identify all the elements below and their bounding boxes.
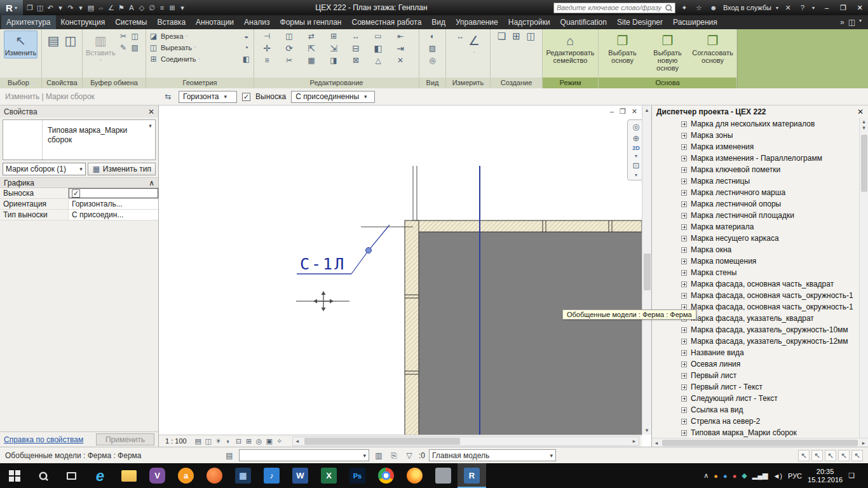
tree-item[interactable]: Марка фасада, указатель_окружность-10мм — [681, 324, 859, 336]
view-control-icon[interactable]: ◫ — [203, 437, 214, 445]
vertical-scrollbar[interactable]: ▴ ▾ — [642, 105, 651, 435]
restore-button[interactable]: ❐ — [835, 1, 851, 14]
scroll-right-icon[interactable]: ▸ — [859, 440, 868, 446]
expand-plus-icon[interactable] — [681, 224, 687, 230]
tab-overflow-icon[interactable]: » — [840, 18, 844, 27]
ribbon-tab[interactable]: Формы и генплан — [275, 15, 347, 29]
ribbon-tool-icon[interactable]: ◫ — [278, 30, 300, 41]
expand-plus-icon[interactable] — [681, 179, 687, 184]
taskbar-app-orange[interactable]: a — [172, 463, 200, 488]
taskbar-search-button[interactable] — [29, 463, 57, 488]
ribbon-tool-icon[interactable]: △ — [367, 55, 389, 65]
scroll-up-icon[interactable]: ▴ — [642, 107, 651, 113]
scroll-right-icon[interactable]: ▸ — [630, 438, 639, 444]
tree-item[interactable]: Первый лист — [681, 370, 859, 381]
property-row[interactable]: Тип выноски С присоедин... — [0, 210, 158, 220]
tree-item[interactable]: Название вида — [681, 347, 859, 358]
tray-app4-icon[interactable]: ◆ — [742, 471, 747, 480]
redo-caret-icon[interactable]: ▾ — [76, 2, 86, 13]
undo-caret-icon[interactable]: ▾ — [55, 2, 65, 13]
filter-icon[interactable]: ▽ — [403, 450, 415, 461]
expand-plus-icon[interactable] — [681, 384, 687, 390]
ribbon-tool-icon[interactable]: ≡ — [256, 55, 278, 65]
properties-close-icon[interactable]: ✕ — [148, 107, 154, 116]
language-indicator[interactable]: РУС — [788, 472, 802, 480]
ribbon-tool-icon[interactable]: ⟳ — [278, 43, 300, 53]
type-selector[interactable]: Типовая марка_Марки сборок ▾ — [3, 119, 156, 160]
taskbar-app-gray[interactable] — [429, 463, 458, 488]
tree-item[interactable]: Стрелка на север-2 — [681, 416, 859, 427]
dimension-icon[interactable]: ↔ — [455, 30, 466, 41]
expand-plus-icon[interactable] — [681, 339, 687, 344]
tree-item[interactable]: Следующий лист - Текст — [681, 393, 859, 404]
view-control-icon[interactable]: ☀ — [214, 437, 224, 445]
geometry-tool[interactable]: ◪ Врезка ▾ — [148, 30, 240, 41]
print-icon[interactable]: ▤ — [86, 2, 96, 13]
default-3d-view-icon[interactable]: ◇ — [137, 2, 147, 13]
app-menu-button[interactable]: R ▾ — [0, 0, 23, 15]
wall-horizontal[interactable] — [413, 220, 642, 232]
ribbon-tab[interactable]: Аннотации — [191, 15, 239, 29]
project-browser-close-icon[interactable]: ✕ — [857, 107, 864, 116]
tree-item[interactable]: Марка для нескольких материалов — [681, 118, 859, 130]
open-icon[interactable]: ❐ — [25, 2, 35, 13]
tree-item[interactable]: Марка материала — [681, 221, 859, 233]
select-links-icon[interactable]: ↖ — [798, 450, 810, 461]
ribbon-tool-icon[interactable]: ▦ — [301, 55, 322, 65]
copy-icon[interactable]: ◫ — [130, 30, 140, 41]
taskbar-app-viber[interactable]: V — [143, 463, 172, 488]
taskbar-app-explorer[interactable] — [114, 463, 143, 488]
scroll-up-icon[interactable]: ▴ — [860, 118, 868, 125]
ribbon-tool-icon[interactable]: ✂ — [278, 55, 300, 65]
exchange-apps-icon[interactable]: ✕ — [783, 2, 793, 13]
reconcile-host-button[interactable]: ❐ Согласовать основу — [691, 30, 735, 66]
horizontal-scrollbar[interactable]: ◂ ▸ — [292, 437, 639, 446]
qat-customize-caret-icon[interactable]: ▾ — [177, 2, 187, 13]
tree-item[interactable]: Марка фасада, указатель_квадрат — [681, 313, 859, 324]
expand-plus-icon[interactable] — [681, 259, 687, 264]
expand-plus-icon[interactable] — [681, 270, 687, 276]
vertical-scroll-thumb[interactable] — [644, 254, 651, 290]
edit-family-button[interactable]: ⌂ Редактировать семейство — [545, 30, 596, 66]
expand-plus-icon[interactable] — [681, 247, 687, 253]
expand-plus-icon[interactable] — [681, 293, 687, 299]
geometry-tool[interactable]: ⊞ Соединить ▾ — [148, 53, 240, 64]
tree-item[interactable]: Ссылка на вид — [681, 404, 859, 416]
taskbar-app-edge[interactable]: e — [86, 463, 114, 488]
ribbon-tool-icon[interactable]: ◨ — [323, 55, 344, 65]
modify-button[interactable]: ↖ Изменить — [4, 30, 38, 58]
ribbon-tab[interactable]: Системы — [110, 15, 152, 29]
steering-wheel-icon[interactable]: ◎ — [632, 122, 639, 132]
view-control-icon[interactable]: ◎ — [254, 437, 264, 445]
tree-item[interactable]: Марка лестничного марша — [681, 187, 859, 198]
expand-plus-icon[interactable] — [681, 190, 687, 196]
measure-button[interactable]: ∠ ▾ — [467, 30, 481, 58]
help-icon[interactable]: ? — [797, 2, 808, 13]
create-similar-icon[interactable]: ⊞ — [511, 30, 522, 41]
ribbon-tool-icon[interactable]: ↔ — [345, 30, 367, 41]
ribbon-tab[interactable]: Управление — [451, 15, 503, 29]
ribbon-tool-icon[interactable]: ▭ — [367, 30, 389, 41]
leader-checkbox[interactable]: ✓ — [242, 93, 250, 101]
taskbar-app-audio[interactable]: ♪ — [257, 463, 286, 488]
expand-plus-icon[interactable] — [681, 144, 687, 150]
tree-item[interactable]: Марка стены — [681, 267, 859, 278]
expand-plus-icon[interactable] — [681, 213, 687, 219]
navbar-caret-icon[interactable]: ▾ — [635, 172, 637, 178]
drawing-canvas-svg[interactable]: С-1Л — [159, 105, 642, 435]
type-selector-caret-icon[interactable]: ▾ — [146, 120, 155, 159]
start-button[interactable] — [0, 463, 29, 488]
taskbar-app-photoshop[interactable]: Ps — [343, 463, 372, 488]
ribbon-display-toggle-icon[interactable]: ◫ — [848, 18, 855, 27]
create-group-icon[interactable]: ❏ — [496, 30, 507, 41]
scale-button[interactable]: 1 : 100 — [161, 437, 191, 445]
view-minimize-icon[interactable]: – — [610, 107, 614, 116]
properties-palette-icon[interactable]: ▤ — [46, 30, 61, 51]
tag-icon[interactable]: ⚑ — [116, 2, 126, 13]
tree-item[interactable]: Марка несущего каркаса — [681, 233, 859, 244]
select-underlay-icon[interactable]: ↖ — [811, 450, 823, 461]
ribbon-tab[interactable]: Site Designer — [612, 15, 668, 29]
ribbon-tool-icon[interactable]: ◧ — [367, 43, 389, 53]
ribbon-tab[interactable]: Расширения — [668, 15, 722, 29]
expand-plus-icon[interactable] — [681, 419, 687, 424]
